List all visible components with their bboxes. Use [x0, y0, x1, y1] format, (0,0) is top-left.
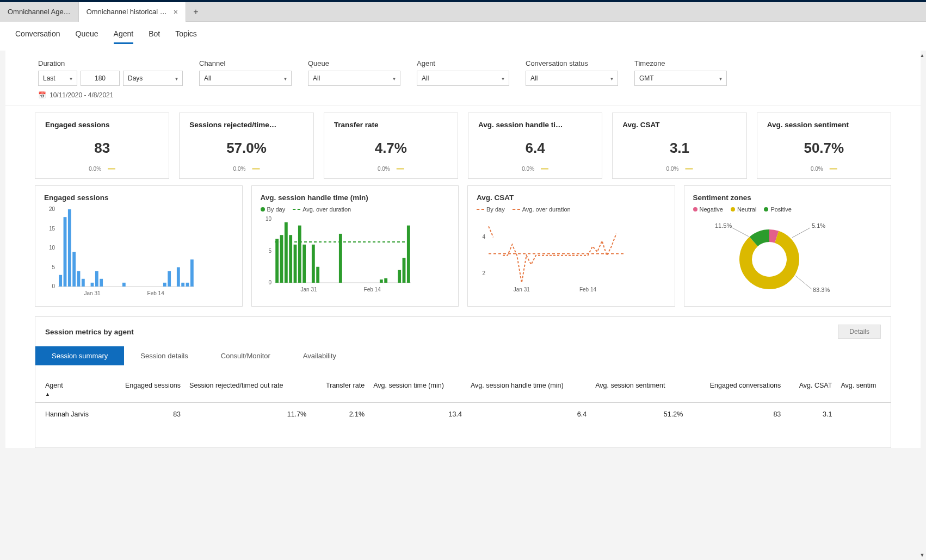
tab-session-summary[interactable]: Session summary [35, 346, 124, 365]
duration-controls: Last▾ 180 Days▾ [38, 71, 183, 86]
svg-rect-20 [186, 283, 189, 287]
kpi-delta: 0.0%— [334, 164, 448, 173]
handle-time-svg: 0510Jan 31Feb 14 [261, 216, 413, 295]
kpi-engaged-sessions: Engaged sessions 83 0.0%— [35, 113, 169, 179]
svg-rect-13 [95, 271, 98, 287]
svg-rect-30 [284, 222, 287, 283]
tab-omnichannel-agent[interactable]: Omnichannel Age… [0, 2, 79, 22]
cell-handle-time: 6.4 [466, 403, 591, 426]
tab-consult-monitor[interactable]: Consult/Monitor [205, 346, 287, 365]
col-session-time[interactable]: Avg. session time (min) [369, 376, 466, 403]
tab-agent[interactable]: Agent [114, 29, 134, 44]
svg-text:Jan 31: Jan 31 [514, 287, 530, 293]
col-handle-time[interactable]: Avg. session handle time (min) [466, 376, 591, 403]
duration-mode-select[interactable]: Last▾ [38, 71, 77, 86]
value: Last [43, 74, 55, 82]
status-select[interactable]: All▾ [526, 71, 618, 86]
cell-agent: Hannah Jarvis [35, 403, 106, 426]
col-agent[interactable]: Agent▲ [35, 376, 106, 403]
col-label: Agent [45, 382, 63, 389]
tab-availability[interactable]: Availability [287, 346, 353, 365]
scroll-up-icon[interactable]: ▲ [918, 53, 926, 58]
sentiment-donut-svg: 5.1%11.5%83.3% [693, 216, 845, 297]
svg-line-53 [732, 228, 749, 237]
filter-channel: Channel All▾ [199, 59, 292, 86]
dash-icon [513, 209, 520, 210]
chevron-down-icon: ▾ [393, 76, 396, 82]
svg-rect-19 [181, 283, 184, 287]
duration-value-input[interactable]: 180 [81, 71, 120, 86]
col-sentiment[interactable]: Avg. session sentiment [591, 376, 687, 403]
window-tabstrip: Omnichannel Age… Omnichannel historical … [0, 2, 926, 22]
trend-flat-icon: — [830, 164, 837, 173]
svg-rect-17 [168, 271, 171, 287]
svg-text:Feb 14: Feb 14 [363, 287, 381, 293]
col-engaged[interactable]: Engaged sessions [106, 376, 185, 403]
tab-omnichannel-historical[interactable]: Omnichannel historical an… × [79, 2, 186, 22]
svg-rect-21 [190, 259, 194, 287]
charts-row: Engaged sessions 05101520Jan 31Feb 14 Av… [5, 185, 921, 316]
svg-text:10: 10 [49, 245, 55, 251]
cell-conversations: 83 [687, 403, 785, 426]
filter-label: Queue [308, 59, 400, 67]
svg-text:0: 0 [268, 279, 271, 285]
col-avg-sentiment[interactable]: Avg. sentim [836, 376, 891, 403]
trend-flat-icon: — [685, 164, 693, 173]
col-conversations[interactable]: Engaged conversations [687, 376, 785, 403]
legend-negative: Negative [693, 206, 723, 213]
legend-by-day: By day [261, 206, 286, 213]
dot-icon [731, 207, 735, 211]
table-header: Session metrics by agent Details [35, 325, 891, 339]
svg-text:5: 5 [268, 248, 271, 254]
trend-flat-icon: — [252, 164, 260, 173]
value: Days [128, 74, 143, 82]
svg-rect-38 [379, 279, 382, 283]
chart-title: Engaged sessions [44, 194, 233, 202]
kpi-avg-handle-time: Avg. session handle ti… 6.4 0.0%— [468, 113, 602, 179]
value: All [313, 74, 320, 82]
col-transfer[interactable]: Transfer rate [311, 376, 369, 403]
chart-title: Avg. CSAT [477, 194, 666, 202]
tab-topics[interactable]: Topics [175, 29, 197, 44]
agent-metrics-table: Agent▲ Engaged sessions Session rejected… [35, 376, 891, 426]
delta-text: 0.0% [811, 166, 823, 172]
cell-engaged: 83 [106, 403, 185, 426]
col-rejected[interactable]: Session rejected/timed out rate [185, 376, 311, 403]
filter-label: Agent [417, 59, 509, 67]
kpi-delta: 0.0%— [45, 164, 159, 173]
kpi-value: 83 [45, 140, 159, 157]
delta-text: 0.0% [378, 166, 390, 172]
kpi-title: Avg. session sentiment [767, 121, 881, 129]
tab-session-details[interactable]: Session details [124, 346, 204, 365]
dash-icon [477, 209, 484, 210]
queue-select[interactable]: All▾ [308, 71, 400, 86]
timezone-select[interactable]: GMT▾ [634, 71, 727, 86]
svg-rect-8 [68, 209, 71, 287]
dot-icon [261, 207, 265, 211]
delta-text: 0.0% [666, 166, 679, 172]
col-csat[interactable]: Avg. CSAT [785, 376, 836, 403]
table-row[interactable]: Hannah Jarvis 83 11.7% 2.1% 13.4 6.4 51.… [35, 403, 891, 426]
duration-unit-select[interactable]: Days▾ [123, 71, 183, 86]
svg-text:5.1%: 5.1% [812, 222, 825, 229]
tab-bot[interactable]: Bot [149, 29, 160, 44]
svg-line-51 [792, 228, 810, 238]
filter-label: Conversation status [526, 59, 618, 67]
new-tab-button[interactable]: + [186, 7, 206, 17]
agent-select[interactable]: All▾ [417, 71, 509, 86]
details-button[interactable]: Details [838, 325, 881, 339]
cell-avg-sentiment [836, 403, 891, 426]
close-icon[interactable]: × [174, 8, 178, 16]
chart-handle-time: Avg. session handle time (min) By day Av… [251, 185, 459, 307]
chart-legend: By day Avg. over duration [477, 206, 666, 213]
svg-text:11.5%: 11.5% [715, 222, 732, 229]
scroll-down-icon[interactable]: ▼ [918, 552, 926, 558]
tab-conversation[interactable]: Conversation [15, 29, 60, 44]
tab-queue[interactable]: Queue [76, 29, 98, 44]
channel-select[interactable]: All▾ [199, 71, 292, 86]
chart-avg-csat: Avg. CSAT By day Avg. over duration 24Ja… [467, 185, 675, 307]
svg-rect-34 [303, 245, 306, 283]
vertical-scrollbar[interactable]: ▲ ▼ [918, 51, 926, 560]
value: All [530, 74, 538, 82]
trend-flat-icon: — [397, 164, 404, 173]
